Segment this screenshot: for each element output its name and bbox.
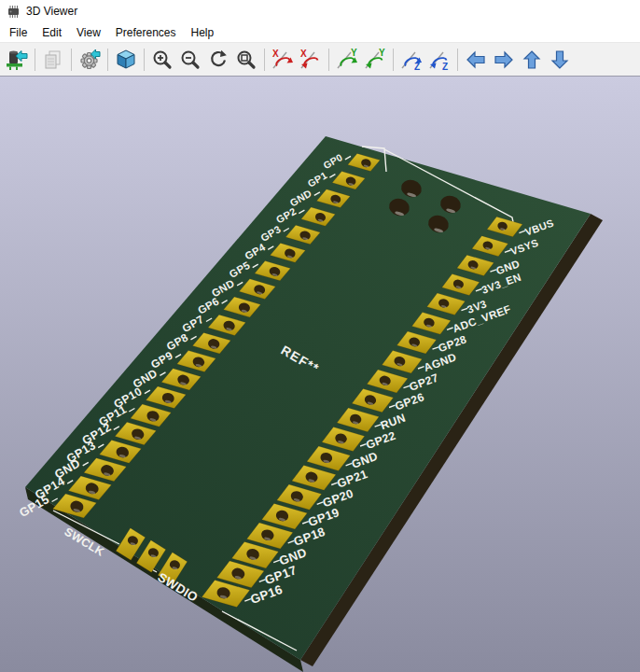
toolbar-rotate-x-cw-button[interactable]: X — [269, 46, 297, 73]
toolbar-render-options-button[interactable] — [112, 46, 140, 73]
toolbar-separator — [35, 49, 35, 71]
toolbar-reload-board-button[interactable] — [3, 46, 31, 73]
toolbar-pan-right-button[interactable] — [490, 46, 518, 73]
toolbar-preferences-button[interactable] — [76, 46, 104, 73]
rotate-x-cw-icon: X — [271, 49, 294, 71]
rotate-z-cw-icon: Z — [400, 49, 423, 71]
toolbar-rotate-y-ccw-button[interactable]: Y — [361, 46, 389, 73]
rotate-y-ccw-icon: Y — [364, 49, 386, 71]
toolbar-separator — [457, 49, 458, 71]
toolbar-pan-down-button[interactable] — [546, 46, 574, 73]
pan-down-icon — [549, 49, 571, 71]
menu-item-file[interactable]: File — [2, 23, 35, 42]
render-options-icon — [115, 49, 137, 71]
zoom-in-icon — [151, 49, 174, 71]
toolbar-rotate-y-cw-button[interactable]: Y — [333, 46, 361, 73]
window-title: 3D Viewer — [26, 5, 77, 18]
svg-text:Y: Y — [379, 49, 385, 58]
pan-left-icon — [465, 49, 487, 71]
redraw-icon — [207, 49, 230, 71]
toolbar-separator — [144, 49, 145, 71]
copy-image-icon — [42, 49, 64, 71]
rotate-y-cw-icon: Y — [336, 49, 358, 71]
toolbar-separator — [107, 49, 108, 71]
3d-viewport[interactable]: GP0GP1GNDGP2GP3GP4GP5GNDGP6GP7GP8GP9GNDG… — [0, 77, 640, 672]
pan-up-icon — [521, 49, 543, 71]
zoom-out-icon — [179, 49, 202, 71]
toolbar-separator — [393, 49, 394, 71]
pan-right-icon — [493, 49, 515, 71]
menu-item-preferences[interactable]: Preferences — [108, 23, 184, 42]
toolbar-redraw-button[interactable] — [204, 46, 232, 73]
preferences-icon — [78, 49, 101, 71]
pcb-3d-scene: GP0GP1GNDGP2GP3GP4GP5GNDGP6GP7GP8GP9GNDG… — [0, 77, 640, 672]
chip-icon — [7, 5, 21, 19]
toolbar-rotate-x-ccw-button[interactable]: X — [297, 46, 325, 73]
toolbar: XXYYZZ — [0, 42, 640, 77]
pcb-board: GP0GP1GNDGP2GP3GP4GP5GNDGP6GP7GP8GP9GNDG… — [17, 136, 603, 672]
menubar: FileEditViewPreferencesHelp — [0, 22, 640, 42]
svg-text:X: X — [300, 49, 307, 59]
toolbar-rotate-z-ccw-button[interactable]: Z — [425, 46, 453, 73]
toolbar-zoom-out-button[interactable] — [176, 46, 204, 73]
toolbar-separator — [264, 49, 265, 71]
svg-text:X: X — [272, 49, 279, 59]
menu-item-view[interactable]: View — [69, 23, 108, 42]
toolbar-zoom-in-button[interactable] — [148, 46, 176, 73]
titlebar: 3D Viewer — [0, 0, 640, 22]
svg-text:Y: Y — [351, 49, 357, 58]
rotate-z-ccw-icon: Z — [428, 49, 451, 71]
toolbar-separator — [328, 49, 329, 71]
toolbar-pan-left-button[interactable] — [462, 46, 490, 73]
menu-item-edit[interactable]: Edit — [35, 23, 69, 42]
toolbar-pan-up-button[interactable] — [518, 46, 546, 73]
zoom-to-fit-icon — [235, 49, 257, 71]
svg-text:Z: Z — [414, 62, 420, 71]
toolbar-zoom-to-fit-button[interactable] — [232, 46, 260, 73]
rotate-x-ccw-icon: X — [299, 49, 322, 71]
menu-item-help[interactable]: Help — [184, 23, 222, 42]
reload-board-icon — [6, 49, 28, 71]
3d-viewer-window: 3D Viewer FileEditViewPreferencesHelp XX… — [0, 0, 640, 672]
toolbar-separator — [71, 49, 72, 71]
svg-text:Z: Z — [442, 62, 448, 71]
toolbar-rotate-z-cw-button[interactable]: Z — [397, 46, 425, 73]
toolbar-copy-image-button[interactable] — [39, 46, 67, 73]
